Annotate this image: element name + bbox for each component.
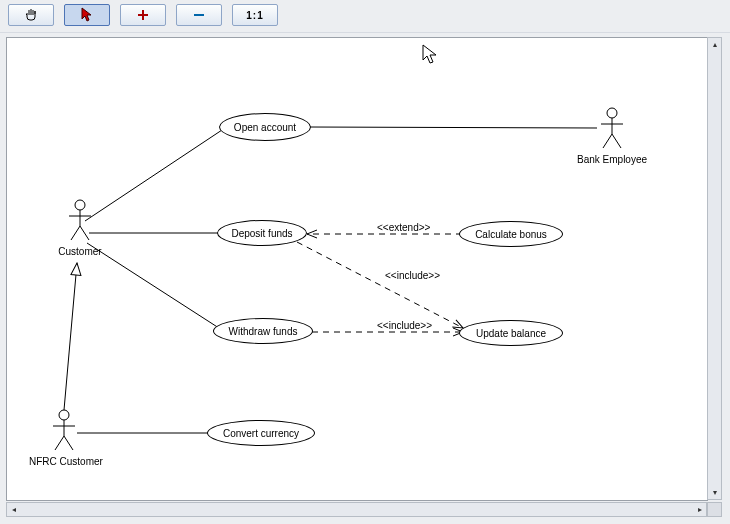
minus-icon (192, 8, 206, 22)
usecase-deposit-funds[interactable]: Deposit funds (217, 220, 307, 246)
actor-icon (49, 408, 79, 452)
toolbar: 1:1 (0, 0, 730, 33)
usecase-label: Open account (234, 122, 296, 133)
actor-icon (597, 106, 627, 150)
usecase-label: Convert currency (223, 428, 299, 439)
zoom-in-button[interactable] (120, 4, 166, 26)
relation-label-extend: <<extend>> (377, 222, 430, 233)
svg-point-12 (75, 200, 85, 210)
usecase-convert-currency[interactable]: Convert currency (207, 420, 315, 446)
actor-bank-employee[interactable]: Bank Employee (577, 106, 647, 165)
scroll-corner (707, 502, 722, 517)
usecase-label: Update balance (476, 328, 546, 339)
diagram-canvas[interactable]: Deposit funds (dashed, arrow toward Depo… (6, 37, 708, 501)
scroll-up-button[interactable]: ▴ (708, 38, 721, 51)
usecase-label: Calculate bonus (475, 229, 547, 240)
svg-line-15 (71, 226, 80, 240)
actor-label: NFRC Customer (29, 456, 99, 467)
svg-point-22 (607, 108, 617, 118)
svg-line-8 (64, 263, 77, 410)
actor-nfrc-customer[interactable]: NFRC Customer (29, 408, 99, 467)
svg-line-20 (55, 436, 64, 450)
usecase-update-balance[interactable]: Update balance (459, 320, 563, 346)
pointer-icon (80, 7, 94, 23)
mouse-cursor-icon (421, 44, 439, 66)
svg-line-10 (297, 242, 463, 328)
actor-label: Customer (45, 246, 115, 257)
actor-label: Bank Employee (577, 154, 647, 165)
usecase-label: Withdraw funds (229, 326, 298, 337)
horizontal-scrollbar[interactable]: ◂ ▸ (6, 502, 707, 517)
actor-customer[interactable]: Customer (45, 198, 115, 257)
usecase-withdraw-funds[interactable]: Withdraw funds (213, 318, 313, 344)
canvas-area: Deposit funds (dashed, arrow toward Depo… (6, 37, 722, 517)
hand-tool-button[interactable] (8, 4, 54, 26)
svg-line-25 (603, 134, 612, 148)
relation-label-include1: <<include>> (385, 270, 440, 281)
zoom-reset-label: 1:1 (246, 10, 263, 21)
relation-label-include2: <<include>> (377, 320, 432, 331)
usecase-label: Deposit funds (231, 228, 292, 239)
scroll-right-button[interactable]: ▸ (693, 503, 706, 516)
zoom-reset-button[interactable]: 1:1 (232, 4, 278, 26)
svg-line-6 (309, 127, 597, 128)
zoom-out-button[interactable] (176, 4, 222, 26)
usecase-calculate-bonus[interactable]: Calculate bonus (459, 221, 563, 247)
select-tool-button[interactable] (64, 4, 110, 26)
svg-point-17 (59, 410, 69, 420)
scroll-left-button[interactable]: ◂ (7, 503, 20, 516)
vertical-scrollbar[interactable]: ▴ ▾ (707, 37, 722, 500)
actor-icon (65, 198, 95, 242)
scroll-down-button[interactable]: ▾ (708, 486, 721, 499)
plus-icon (136, 8, 150, 22)
svg-line-26 (612, 134, 621, 148)
usecase-open-account[interactable]: Open account (219, 113, 311, 141)
hand-icon (23, 7, 39, 23)
svg-line-21 (64, 436, 73, 450)
svg-line-16 (80, 226, 89, 240)
